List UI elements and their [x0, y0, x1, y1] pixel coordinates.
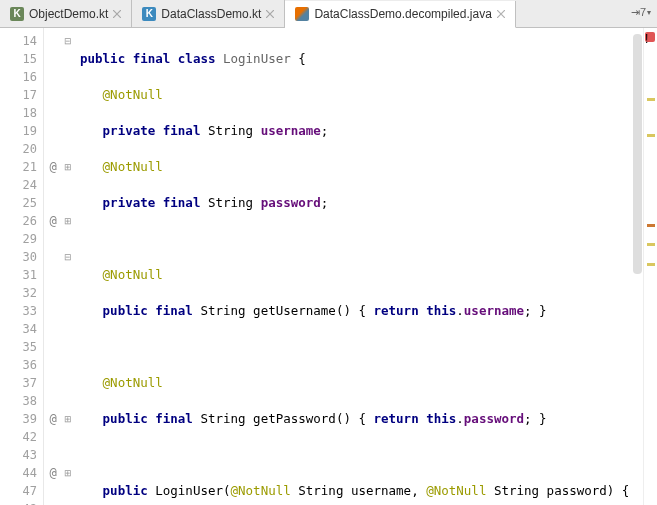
tab-options[interactable]: ⇥7 ▾ — [631, 6, 651, 19]
fold-icon[interactable]: ⊞ — [62, 410, 74, 428]
dropdown-icon: ▾ — [647, 8, 651, 17]
error-marker[interactable]: ! — [645, 32, 655, 42]
warning-marker[interactable] — [647, 98, 655, 101]
override-icon[interactable]: @ — [44, 464, 62, 482]
warning-marker[interactable] — [647, 224, 655, 227]
warning-marker[interactable] — [647, 243, 655, 246]
warning-marker[interactable] — [647, 263, 655, 266]
java-icon — [295, 7, 309, 21]
scrollbar[interactable] — [633, 34, 642, 274]
fold-icon[interactable]: ⊞ — [62, 158, 74, 176]
kotlin-icon: K — [10, 7, 24, 21]
override-icon[interactable]: @ — [44, 212, 62, 230]
warning-marker[interactable] — [647, 134, 655, 137]
tab-dataclassdemo[interactable]: K DataClassDemo.kt — [132, 0, 285, 27]
kotlin-icon: K — [142, 7, 156, 21]
tab-options-label: ⇥7 — [631, 6, 646, 19]
fold-icon[interactable]: ⊟ — [62, 32, 74, 50]
editor-tabs: K ObjectDemo.kt K DataClassDemo.kt DataC… — [0, 0, 657, 28]
fold-icon[interactable]: ⊟ — [62, 248, 74, 266]
line-gutter: 1415161718192021242526293031323334353637… — [0, 28, 44, 505]
code-editor[interactable]: 1415161718192021242526293031323334353637… — [0, 28, 657, 505]
tab-decompiled[interactable]: DataClassDemo.decompiled.java — [285, 1, 515, 28]
error-stripe[interactable]: ! — [643, 28, 657, 505]
tab-label: ObjectDemo.kt — [29, 7, 108, 21]
tab-label: DataClassDemo.decompiled.java — [314, 7, 491, 21]
fold-gutter: ⊟⊞⊞⊟⊞⊞⊟ — [62, 28, 74, 505]
annotation-gutter: @@@@ — [44, 28, 62, 505]
tab-label: DataClassDemo.kt — [161, 7, 261, 21]
fold-icon[interactable]: ⊞ — [62, 212, 74, 230]
tab-objectdemo[interactable]: K ObjectDemo.kt — [0, 0, 132, 27]
code-area[interactable]: public final class LoginUser { @NotNull … — [74, 28, 657, 505]
close-icon[interactable] — [113, 10, 121, 18]
fold-icon[interactable]: ⊞ — [62, 464, 74, 482]
close-icon[interactable] — [266, 10, 274, 18]
override-icon[interactable]: @ — [44, 410, 62, 428]
close-icon[interactable] — [497, 10, 505, 18]
override-icon[interactable]: @ — [44, 158, 62, 176]
